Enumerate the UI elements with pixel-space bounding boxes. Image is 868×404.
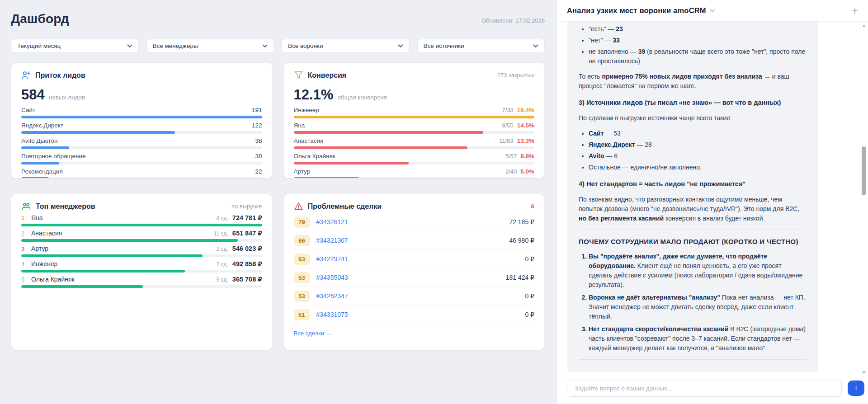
manager-rank: 2 xyxy=(21,230,31,237)
card-lead-inflow: Приток лидов 584 новых лидов Сайт 191 Ян… xyxy=(11,62,273,179)
message-heading: 3) Источники лидов (ты писал «не знаю» —… xyxy=(579,98,807,108)
manager-revenue: 651 847 ₽ xyxy=(232,230,262,237)
manager-bar xyxy=(21,239,262,242)
message-list-item: Avito — 6 xyxy=(589,151,807,161)
conversion-total: 12.1% общая конверсия xyxy=(294,87,535,103)
manager-name: Артур xyxy=(31,245,48,252)
chat-question-input[interactable] xyxy=(567,380,842,397)
lead-source-bar xyxy=(21,162,262,164)
cards-grid: Приток лидов 584 новых лидов Сайт 191 Ян… xyxy=(11,62,545,350)
scrollbar-thumb[interactable] xyxy=(862,146,866,195)
manager-row: 3 Артур 2 сд. 546 023 ₽ xyxy=(21,245,262,257)
lead-source-value: 191 xyxy=(252,107,262,113)
lead-source-label: Яндекс.Директ xyxy=(21,122,63,129)
card-top-managers: Топ менеджеров по выручке 1 Яна 8 сд. 72… xyxy=(11,193,273,350)
conversion-percent: 14.5% xyxy=(517,122,534,129)
warning-triangle-icon xyxy=(294,202,303,211)
manager-rank: 5 xyxy=(21,276,31,283)
conversion-list: Инженер 7/38 18.4% Яна 8/55 14.5% Анаста… xyxy=(294,107,535,179)
message-divider xyxy=(579,359,807,360)
filter-select-1[interactable]: Все менеджеры xyxy=(146,39,274,53)
conversion-bar xyxy=(294,131,535,134)
scroll-down-arrow-icon[interactable] xyxy=(862,371,866,374)
message-list-item: не заполнено — 39 (в реальности чаще все… xyxy=(589,47,807,66)
deal-score-badge: 53 xyxy=(294,291,310,302)
chevron-down-icon xyxy=(398,44,403,48)
conversion-row: Анастасия 11/83 13.3% xyxy=(294,137,535,149)
message-list-item: Воронка не даёт альтернативы "анализу" П… xyxy=(589,293,807,321)
manager-bar xyxy=(21,224,262,226)
deal-score-badge: 79 xyxy=(294,216,310,228)
conversion-percent: 8.8% xyxy=(520,153,534,160)
message-list-item: Вы "продаёте анализ", даже если думаете,… xyxy=(589,252,807,290)
lead-inflow-big-number: 584 xyxy=(21,87,45,103)
problem-deals-count: 6 xyxy=(531,203,534,210)
manager-bar xyxy=(21,285,262,288)
send-button[interactable]: ↑ xyxy=(848,381,864,396)
manager-bar xyxy=(21,270,262,272)
filter-select-3[interactable]: Все источники xyxy=(417,39,545,53)
by-revenue-meta: по выручке xyxy=(231,203,262,210)
message-list-item: Остальное — единично/не заполнено. xyxy=(589,163,807,172)
message-paragraph: По сделкам в выгрузке источники чаще все… xyxy=(579,113,807,123)
deal-amount: 181 424 ₽ xyxy=(506,274,534,281)
card-title: Топ менеджеров xyxy=(36,202,95,211)
manager-deals-count: 5 сд. xyxy=(216,277,228,283)
lead-source-bar xyxy=(21,177,262,179)
conversion-bar xyxy=(294,146,535,149)
deal-id-link[interactable]: #34321307 xyxy=(316,237,348,244)
arrow-up-icon: ↑ xyxy=(854,384,858,392)
manager-row: 2 Анастасия 11 сд. 651 847 ₽ xyxy=(21,230,262,242)
lead-source-row: Сайт 191 xyxy=(21,107,262,118)
card-title: Проблемные сделки xyxy=(308,202,382,211)
updated-timestamp: Обновлено: 17.02.2026 xyxy=(481,17,545,24)
message-heading: ПОЧЕМУ СОТРУДНИКИ МАЛО ПРОДАЮТ (КОРОТКО … xyxy=(579,237,807,246)
lead-source-bar xyxy=(21,146,262,149)
new-analysis-plus-button[interactable]: + xyxy=(852,5,858,16)
manager-name: Анастасия xyxy=(294,137,324,144)
message-list-item: Сайт — 53 xyxy=(589,129,807,138)
conversion-caption: общая конверсия xyxy=(337,94,387,101)
all-deals-link[interactable]: Все сделки → xyxy=(294,330,535,337)
manager-name: Анастасия xyxy=(31,230,62,237)
managers-list: 1 Яна 8 сд. 724 781 ₽ 2 Анастасия 11 сд.… xyxy=(21,214,262,288)
card-top-managers-header: Топ менеджеров по выручке xyxy=(21,202,262,211)
filter-select-2[interactable]: Все воронки xyxy=(282,39,410,53)
lead-inflow-total: 584 новых лидов xyxy=(21,87,262,103)
deal-score-badge: 63 xyxy=(294,254,310,265)
manager-revenue: 724 781 ₽ xyxy=(232,214,262,221)
manager-name: Ольга Крайняк xyxy=(31,276,75,283)
scroll-up-arrow-icon[interactable] xyxy=(862,24,866,27)
deal-id-link[interactable]: #34262347 xyxy=(316,292,348,300)
problem-deals-list: 79 #34326121 72 185 ₽ 66 #34321307 46 98… xyxy=(294,213,535,324)
filter-value: Все воронки xyxy=(288,42,323,49)
manager-row: 4 Инженер 7 сд. 492 858 ₽ xyxy=(21,260,262,272)
message-heading: 4) Нет стандартов = часть лидов "не прож… xyxy=(579,179,807,189)
conversion-percent: 18.4% xyxy=(517,107,534,113)
problem-deal-row: 53 #34355043 181 424 ₽ xyxy=(294,268,535,287)
lead-source-value: 122 xyxy=(252,122,262,129)
manager-deals-count: 11 сд. xyxy=(214,230,228,237)
chevron-down-icon xyxy=(262,44,268,48)
manager-revenue: 492 858 ₽ xyxy=(232,260,262,268)
chevron-down-icon xyxy=(533,44,538,48)
analysis-title: Анализ узких мест воронки amoCRM xyxy=(567,6,706,15)
deal-score-badge: 53 xyxy=(294,272,310,283)
deal-score-badge: 66 xyxy=(294,235,310,246)
manager-deals-count: 8 сд. xyxy=(216,215,228,221)
problem-deal-row: 51 #34331075 0 ₽ xyxy=(294,305,535,324)
card-title: Приток лидов xyxy=(35,71,85,80)
card-lead-inflow-header: Приток лидов xyxy=(21,70,262,80)
deal-id-link[interactable]: #34331075 xyxy=(316,311,348,318)
deal-id-link[interactable]: #34326121 xyxy=(316,218,348,225)
deal-id-link[interactable]: #34229741 xyxy=(316,255,348,263)
chevron-down-icon[interactable] xyxy=(710,9,715,13)
filter-value: Текущий месяц xyxy=(17,42,61,49)
conversion-percent: 5.0% xyxy=(520,168,534,175)
filter-select-0[interactable]: Текущий месяц xyxy=(11,39,139,53)
card-conversion-header: Конверсия 273 закрытых xyxy=(294,70,535,80)
closed-deals-meta: 273 закрытых xyxy=(497,72,534,79)
deal-id-link[interactable]: #34355043 xyxy=(316,274,348,281)
manager-deals-count: 7 сд. xyxy=(216,261,228,268)
deal-amount: 46 980 ₽ xyxy=(509,237,534,244)
